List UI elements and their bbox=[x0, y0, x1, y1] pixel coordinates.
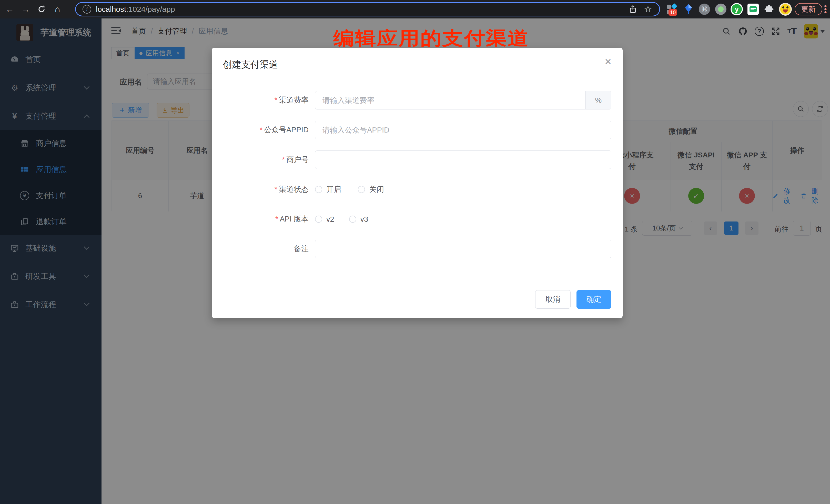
extension-y-icon[interactable]: y bbox=[730, 0, 743, 19]
form-row-mch: *商户号 bbox=[212, 151, 611, 169]
remark-label: 备注 bbox=[212, 244, 309, 254]
dialog-footer: 取消 确定 bbox=[535, 290, 611, 309]
radio-circle-icon bbox=[349, 216, 356, 223]
radio-api-v3[interactable]: v3 bbox=[349, 215, 369, 224]
app-window: 芋道管理系统 首页 ⚙ 系统管理 ¥ 支付管理 bbox=[0, 19, 830, 504]
api-version-label: *API 版本 bbox=[212, 214, 309, 224]
appid-input[interactable] bbox=[315, 121, 611, 139]
extensions-puzzle-icon[interactable] bbox=[762, 0, 776, 19]
remark-input[interactable] bbox=[315, 240, 611, 258]
confirm-button[interactable]: 确定 bbox=[576, 290, 611, 309]
status-label: *渠道状态 bbox=[212, 184, 309, 195]
appid-label: *公众号APPID bbox=[212, 125, 309, 135]
radio-status-on[interactable]: 开启 bbox=[315, 184, 341, 195]
cancel-button[interactable]: 取消 bbox=[535, 290, 571, 309]
rate-label: *渠道费率 bbox=[212, 95, 309, 105]
rate-input-group: % bbox=[315, 91, 611, 109]
form-row-appid: *公众号APPID bbox=[212, 121, 611, 139]
mch-input-group bbox=[315, 151, 611, 169]
profile-avatar[interactable] bbox=[778, 0, 793, 19]
form-row-remark: 备注 bbox=[212, 240, 611, 258]
create-pay-channel-dialog: 创建支付渠道 × *渠道费率 % *公众号APPID *商户号 bbox=[212, 48, 622, 318]
extension-kite-icon[interactable] bbox=[682, 0, 695, 19]
bookmark-star-icon[interactable]: ☆ bbox=[644, 4, 652, 14]
home-icon[interactable]: ⌂ bbox=[51, 3, 64, 15]
reload-icon[interactable] bbox=[35, 3, 48, 15]
remark-input-group bbox=[315, 240, 611, 258]
site-info-icon[interactable]: i bbox=[83, 5, 91, 13]
appid-input-group bbox=[315, 121, 611, 139]
url-path: :1024/pay/app bbox=[126, 5, 175, 13]
percent-suffix: % bbox=[585, 91, 611, 109]
annotation-text: 编辑应用的支付渠道 bbox=[333, 26, 529, 51]
chrome-menu-icon[interactable]: ••• bbox=[824, 5, 827, 14]
radio-circle-icon bbox=[315, 186, 322, 193]
url-host: localhost bbox=[96, 5, 126, 13]
rate-input[interactable] bbox=[315, 91, 585, 109]
browser-chrome: ← → ⌂ i localhost :1024/pay/app ☆ 10 bbox=[0, 0, 830, 19]
extension-badge: 10 bbox=[669, 9, 677, 15]
extension-chat-icon[interactable] bbox=[746, 0, 760, 19]
share-icon[interactable] bbox=[629, 5, 637, 13]
form-row-api-version: *API 版本 v2 v3 bbox=[212, 210, 368, 228]
forward-icon[interactable]: → bbox=[20, 3, 32, 15]
radio-api-v2[interactable]: v2 bbox=[315, 215, 334, 224]
radio-circle-icon bbox=[358, 186, 365, 193]
form-row-status: *渠道状态 开启 关闭 bbox=[212, 180, 384, 199]
back-icon[interactable]: ← bbox=[4, 3, 16, 15]
dialog-close-icon[interactable]: × bbox=[605, 56, 611, 67]
dialog-title: 创建支付渠道 bbox=[223, 58, 278, 71]
screen: ← → ⌂ i localhost :1024/pay/app ☆ 10 bbox=[0, 0, 830, 504]
url-bar[interactable]: i localhost :1024/pay/app ☆ bbox=[75, 2, 660, 17]
radio-status-off[interactable]: 关闭 bbox=[358, 184, 384, 195]
mch-input[interactable] bbox=[315, 151, 611, 169]
extension-dot-icon[interactable] bbox=[714, 0, 728, 19]
radio-circle-icon bbox=[315, 216, 322, 223]
mch-label: *商户号 bbox=[212, 155, 309, 165]
form-row-rate: *渠道费率 % bbox=[212, 91, 611, 109]
extension-command-icon[interactable]: ⌘ bbox=[698, 0, 711, 19]
chrome-update-button[interactable]: 更新 bbox=[795, 3, 822, 15]
